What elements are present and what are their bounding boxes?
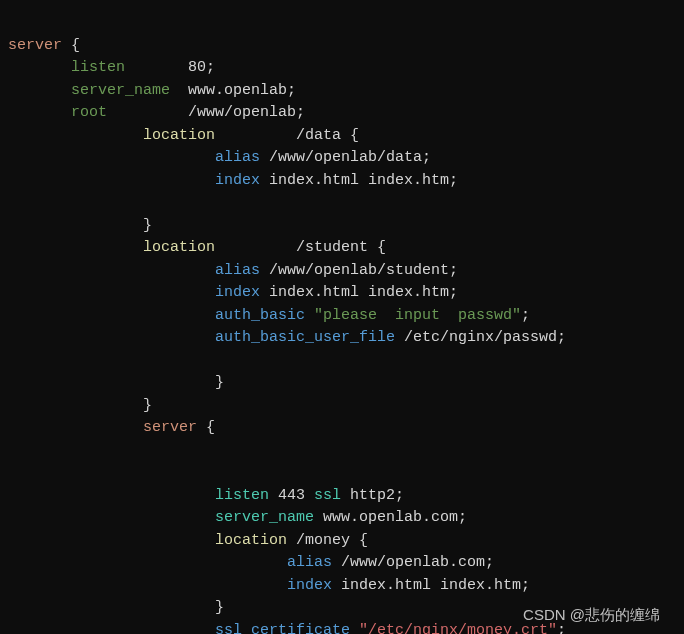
passwd-path: /etc/nginx/passwd; xyxy=(395,329,566,346)
kw-location: location xyxy=(8,239,215,256)
index-files: index.html index.htm; xyxy=(260,172,458,189)
kw-auth-basic: auth_basic xyxy=(8,307,305,324)
kw-listen: listen xyxy=(8,59,125,76)
kw-ssl: ssl xyxy=(314,487,341,504)
close-brace: } xyxy=(8,397,152,414)
alias-path: /www/openlab.com; xyxy=(332,554,494,571)
kw-listen: listen xyxy=(8,487,269,504)
listen-443: 443 xyxy=(269,487,314,504)
kw-server-name: server_name xyxy=(8,509,314,526)
alias-path: /www/openlab/student; xyxy=(260,262,458,279)
kw-root: root xyxy=(8,104,107,121)
brace: { xyxy=(62,37,80,54)
brace: { xyxy=(197,419,215,436)
http2: http2; xyxy=(341,487,404,504)
kw-location: location xyxy=(8,532,287,549)
listen-port: 80; xyxy=(125,59,215,76)
kw-alias: alias xyxy=(8,149,260,166)
kw-server: server xyxy=(8,419,197,436)
watermark: CSDN @悲伤的缠绵 xyxy=(523,604,660,627)
close-brace: } xyxy=(8,217,152,234)
loc-money: /money { xyxy=(287,532,368,549)
loc-data: /data { xyxy=(215,127,359,144)
alias-path: /www/openlab/data; xyxy=(260,149,431,166)
kw-index: index xyxy=(8,577,332,594)
kw-index: index xyxy=(8,172,260,189)
kw-alias: alias xyxy=(8,262,260,279)
server-name-com: www.openlab.com; xyxy=(314,509,467,526)
kw-location: location xyxy=(8,127,215,144)
kw-server: server xyxy=(8,37,62,54)
kw-index: index xyxy=(8,284,260,301)
semicolon: ; xyxy=(521,307,530,324)
kw-auth-user-file: auth_basic_user_file xyxy=(8,329,395,346)
auth-string: "please input passwd" xyxy=(305,307,521,324)
index-files: index.html index.htm; xyxy=(260,284,458,301)
kw-ssl-cert: ssl_certificate xyxy=(8,622,350,635)
root-path: /www/openlab; xyxy=(107,104,305,121)
nginx-config-code: server { listen 80; server_name www.open… xyxy=(8,12,676,634)
server-name-value: www.openlab; xyxy=(170,82,296,99)
close-brace: } xyxy=(8,374,224,391)
loc-student: /student { xyxy=(215,239,386,256)
kw-server-name: server_name xyxy=(8,82,170,99)
index-files: index.html index.htm; xyxy=(332,577,530,594)
kw-alias: alias xyxy=(8,554,332,571)
close-brace: } xyxy=(8,599,224,616)
